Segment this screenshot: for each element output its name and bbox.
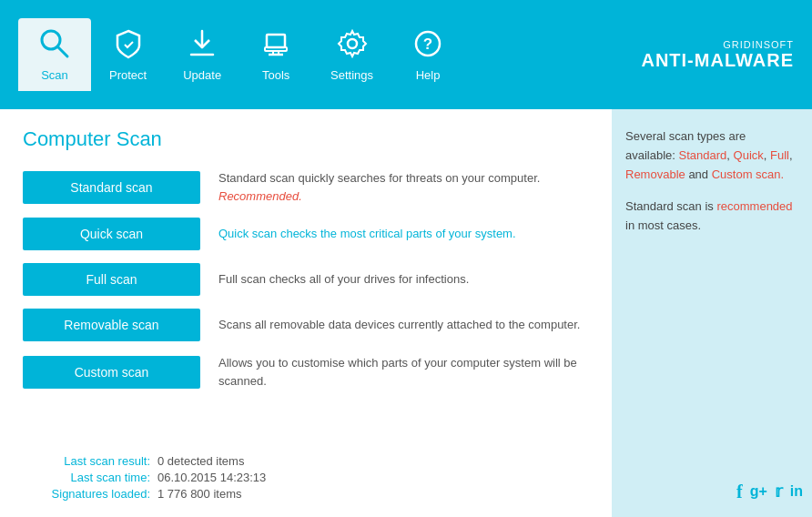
removable-scan-row: Removable scan Scans all removable data … xyxy=(23,309,589,341)
svg-point-10 xyxy=(348,39,357,48)
sidebar-info-1: Several scan types are available: Standa… xyxy=(625,127,798,184)
full-scan-desc-text: Full scan checks all of your drives for … xyxy=(218,272,469,286)
stat-value-1: 06.10.2015 14:23:13 xyxy=(157,471,266,484)
standard-scan-button[interactable]: Standard scan xyxy=(23,171,200,204)
brand: GRIDINSOFT ANTI-MALWARE xyxy=(641,39,794,71)
facebook-icon[interactable]: f xyxy=(736,477,743,506)
svg-text:?: ? xyxy=(423,35,432,53)
custom-scan-desc: Allows you to customise which parts of y… xyxy=(218,354,589,390)
help-icon: ? xyxy=(411,27,444,65)
linkedin-icon[interactable]: in xyxy=(790,480,803,503)
nav-protect[interactable]: Protect xyxy=(91,18,165,91)
update-icon xyxy=(186,27,218,65)
page-title: Computer Scan xyxy=(23,127,589,151)
full-scan-desc: Full scan checks all of your drives for … xyxy=(218,270,589,289)
right-panel: Several scan types are available: Standa… xyxy=(612,109,812,517)
full-scan-button[interactable]: Full scan xyxy=(23,263,200,296)
removable-scan-button[interactable]: Removable scan xyxy=(23,309,200,341)
nav-update[interactable]: Update xyxy=(165,18,239,91)
left-panel: Computer Scan Standard scan Standard sca… xyxy=(0,109,612,517)
custom-scan-button[interactable]: Custom scan xyxy=(23,356,200,389)
main-layout: Computer Scan Standard scan Standard sca… xyxy=(0,109,812,517)
nav-scan-label: Scan xyxy=(41,68,68,82)
quick-scan-row: Quick scan Quick scan checks the most cr… xyxy=(23,218,589,250)
nav-scan[interactable]: Scan xyxy=(18,18,91,91)
nav-help[interactable]: ? Help xyxy=(391,18,464,91)
standard-scan-row: Standard scan Standard scan quickly sear… xyxy=(23,169,589,205)
sidebar-removable: Removable xyxy=(625,167,685,181)
header: Scan Protect Update xyxy=(0,0,812,109)
googleplus-icon[interactable]: g+ xyxy=(750,480,767,503)
custom-scan-desc-text: Allows you to customise which parts of y… xyxy=(218,356,577,388)
stat-row-0: Last scan result: 0 detected items xyxy=(23,454,266,468)
sidebar-full: Full xyxy=(770,148,789,162)
standard-scan-desc: Standard scan quickly searches for threa… xyxy=(218,169,589,205)
quick-scan-button[interactable]: Quick scan xyxy=(23,218,200,250)
stat-label-0: Last scan result: xyxy=(23,454,150,468)
standard-recommended: Recommended. xyxy=(218,189,302,203)
nav-help-label: Help xyxy=(416,68,441,82)
brand-top: GRIDINSOFT xyxy=(641,39,794,50)
stat-label-1: Last scan time: xyxy=(23,471,150,484)
nav-tools[interactable]: Tools xyxy=(239,18,312,91)
custom-scan-row: Custom scan Allows you to customise whic… xyxy=(23,354,589,390)
nav-tools-label: Tools xyxy=(262,68,289,82)
nav-settings[interactable]: Settings xyxy=(312,18,391,91)
sidebar-standard: Standard xyxy=(679,148,727,162)
protect-icon xyxy=(112,27,145,65)
sidebar-recommended: recommended xyxy=(716,199,792,213)
removable-scan-desc-text: Scans all removable data devices current… xyxy=(218,318,580,331)
svg-rect-5 xyxy=(269,36,283,46)
svg-rect-6 xyxy=(265,47,287,51)
stat-value-0: 0 detected items xyxy=(157,454,244,468)
sidebar-quick: Quick xyxy=(734,148,764,162)
quick-scan-desc: Quick scan checks the most critical part… xyxy=(218,225,589,243)
standard-scan-desc-text: Standard scan quickly searches for threa… xyxy=(218,171,540,185)
sidebar-info-2: Standard scan is recommended in most cas… xyxy=(625,198,798,236)
nav-update-label: Update xyxy=(183,68,221,82)
brand-bottom: ANTI-MALWARE xyxy=(641,50,794,71)
svg-rect-4 xyxy=(267,35,285,47)
full-scan-row: Full scan Full scan checks all of your d… xyxy=(23,263,589,296)
stat-row-1: Last scan time: 06.10.2015 14:23:13 xyxy=(23,471,266,484)
removable-scan-desc: Scans all removable data devices current… xyxy=(218,316,589,334)
svg-line-1 xyxy=(57,46,67,56)
stats-area: Last scan result: 0 detected items Last … xyxy=(23,454,266,503)
stat-row-2: Signatures loaded: 1 776 800 items xyxy=(23,487,266,501)
scan-icon xyxy=(38,27,71,65)
nav-protect-label: Protect xyxy=(109,68,147,82)
twitter-icon[interactable]: 𝕣 xyxy=(775,479,783,505)
tools-icon xyxy=(259,27,292,65)
settings-icon xyxy=(336,27,369,65)
nav-settings-label: Settings xyxy=(330,68,373,82)
stat-label-2: Signatures loaded: xyxy=(23,487,150,501)
quick-scan-desc-text: Quick scan checks the most critical part… xyxy=(218,227,516,240)
sidebar-custom: Custom scan. xyxy=(712,167,784,181)
stat-value-2: 1 776 800 items xyxy=(157,487,242,501)
